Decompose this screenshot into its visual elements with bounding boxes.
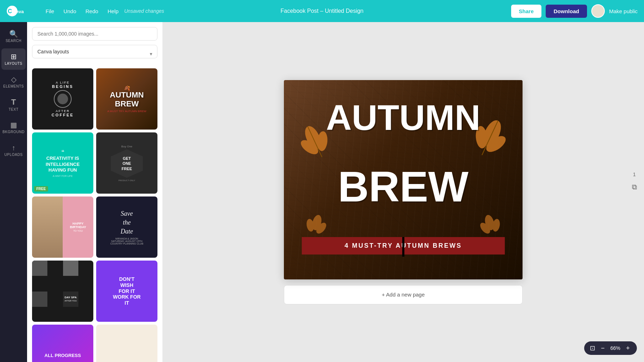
sidebar-label-background: BKGROUND: [2, 130, 25, 134]
sidebar-label-text: TEXT: [9, 107, 19, 111]
canva-logo[interactable]: C anva: [6, 5, 35, 17]
page-number-panel: 1 ⧉: [632, 171, 637, 191]
canvas-background: AUTUMN BREW 4 MUST-TRY AUTUMN BREWS: [284, 80, 523, 279]
search-icon: 🔍: [9, 30, 18, 37]
svg-text:C: C: [8, 8, 12, 14]
free-badge: FREE: [34, 186, 48, 192]
sidebar-item-search[interactable]: 🔍 SEARCH: [1, 26, 26, 47]
template-card-get-one-free[interactable]: Buy One GETONEFREE PRODUCT ONLY: [96, 132, 157, 194]
canvas-title-line2: BREW: [338, 162, 469, 211]
zoom-controls: ⊡ − 66% +: [584, 341, 637, 355]
undo-button[interactable]: Undo: [60, 6, 80, 16]
canvas-title-line1: AUTUMN: [326, 100, 480, 135]
avatar[interactable]: [591, 4, 605, 18]
leaf-bottom-right-icon: [476, 212, 505, 240]
leaf-bottom-left-icon: [302, 212, 330, 240]
layout-dropdown[interactable]: Canva layouts: [32, 45, 157, 58]
elements-icon: ◇: [11, 76, 16, 83]
sidebar-item-background[interactable]: ▦ BKGROUND: [1, 117, 26, 138]
copy-page-icon[interactable]: ⧉: [632, 183, 637, 191]
uploads-icon: ↑: [12, 144, 15, 151]
search-input[interactable]: [32, 27, 157, 41]
template-card-all-progress[interactable]: ALL PROGRESS: [32, 325, 93, 362]
add-page-button[interactable]: + Add a new page: [284, 285, 523, 304]
main-area: AUTUMN BREW 4 MUST-TRY AUTUMN BREWS: [162, 22, 644, 362]
download-button[interactable]: Download: [546, 5, 587, 18]
add-page-label: + Add a new page: [382, 292, 425, 298]
topbar-right: Share Download Make public: [511, 4, 638, 18]
svg-text:anva: anva: [13, 9, 24, 14]
zoom-level: 66%: [609, 345, 622, 351]
help-menu[interactable]: Help: [104, 6, 122, 16]
nav-menu: File Undo Redo Help Unsaved changes: [42, 6, 164, 16]
sidebar-item-text[interactable]: T TEXT: [1, 94, 26, 115]
page-number: 1: [633, 171, 636, 177]
sidebar: 🔍 SEARCH ⊞ LAYOUTS ◇ ELEMENTS T TEXT ▦ B…: [0, 22, 27, 362]
sidebar-item-uploads[interactable]: ↑ UPLOADS: [1, 140, 26, 161]
design-title: Facebook Post – Untitled Design: [280, 8, 363, 14]
background-icon: ▦: [10, 121, 17, 128]
make-public-button[interactable]: Make public: [609, 8, 638, 14]
layouts-icon: ⊞: [11, 53, 17, 60]
sidebar-label-elements: ELEMENTS: [3, 84, 24, 88]
canvas-banner-text: 4 MUST-TRY AUTUMN BREWS: [344, 242, 462, 250]
template-card-save-the-date[interactable]: SavetheDate MIRANDA & JASONSATURDAY, AUG…: [96, 196, 157, 258]
file-menu[interactable]: File: [42, 6, 58, 16]
sidebar-label-uploads: UPLOADS: [4, 153, 22, 157]
sidebar-label-layouts: LAYOUTS: [5, 62, 22, 65]
layout-dropdown-wrapper: Canva layouts ▼: [32, 45, 157, 63]
sidebar-item-elements[interactable]: ◇ ELEMENTS: [1, 71, 26, 93]
canvas-design[interactable]: AUTUMN BREW 4 MUST-TRY AUTUMN BREWS: [284, 80, 523, 279]
template-card-light[interactable]: [96, 325, 157, 362]
share-button[interactable]: Share: [511, 5, 542, 18]
template-card-day-spa[interactable]: DAY SPAAFTER YOU: [32, 261, 93, 322]
template-card-dont-wish[interactable]: DON'TWISHFOR ITWORK FORIT: [96, 261, 157, 322]
templates-grid: A LIFE BEGINS AFTER COFFEE 🍂 AUTUMNBREW …: [32, 68, 157, 362]
sidebar-item-layouts[interactable]: ⊞ LAYOUTS: [1, 48, 26, 70]
redo-button[interactable]: Redo: [82, 6, 102, 16]
template-card-autumn-brew[interactable]: 🍂 AUTUMNBREW A MUST TRY AUTUMN BREW: [96, 68, 157, 130]
template-card-life-begins[interactable]: A LIFE BEGINS AFTER COFFEE: [32, 68, 93, 130]
topbar-center: Facebook Post – Untitled Design: [280, 8, 363, 14]
zoom-in-button[interactable]: +: [624, 345, 631, 352]
template-card-creativity[interactable]: ❝ CREATIVITY ISINTELLIGENCEHAVING FUN A …: [32, 132, 93, 194]
text-icon: T: [11, 98, 16, 106]
fullscreen-button[interactable]: ⊡: [590, 344, 595, 352]
template-card-birthday[interactable]: HAPPYBIRTHDAYTO YOU: [32, 196, 93, 258]
canvas-container: AUTUMN BREW 4 MUST-TRY AUTUMN BREWS: [284, 80, 523, 304]
zoom-out-button[interactable]: −: [599, 345, 606, 352]
topbar: C anva File Undo Redo Help Unsaved chang…: [0, 0, 644, 22]
topbar-left: C anva File Undo Redo Help Unsaved chang…: [6, 5, 164, 17]
canvas-banner: 4 MUST-TRY AUTUMN BREWS: [302, 237, 505, 255]
unsaved-indicator: Unsaved changes: [124, 8, 164, 14]
sidebar-label-search: SEARCH: [6, 39, 22, 43]
left-panel: Canva layouts ▼ A LIFE BEGINS AFTER COFF…: [27, 22, 162, 362]
